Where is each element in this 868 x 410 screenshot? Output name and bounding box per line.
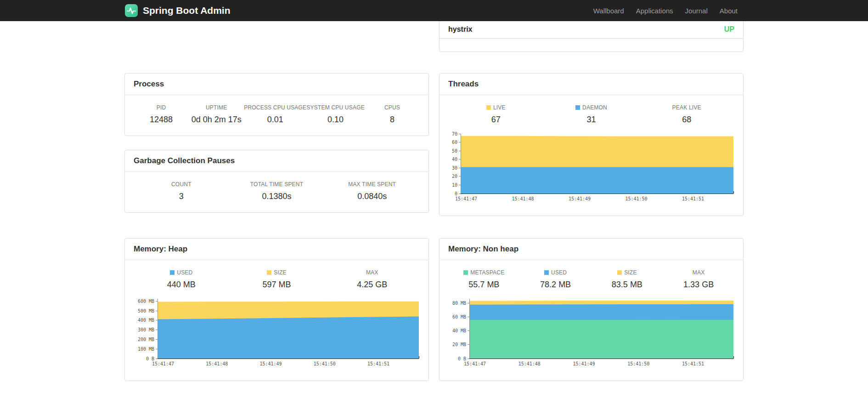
metric-label: PROCESS CPU USAGE — [244, 104, 306, 111]
legend-value: 67 — [448, 115, 544, 125]
nav-link-about[interactable]: About — [714, 7, 744, 15]
legend-metaspace: METASPACE 55.7 MB — [448, 269, 520, 290]
legend-max: MAX 1.33 GB — [663, 269, 734, 290]
live-swatch-icon — [486, 105, 491, 110]
legend-label: USED — [520, 269, 592, 276]
size-swatch-icon — [267, 270, 271, 275]
svg-text:15:41:51: 15:41:51 — [682, 361, 704, 366]
memory-nonheap-panel: Memory: Non heap METASPACE 55.7 MB USED … — [439, 238, 744, 381]
process-metrics: PID 12488 UPTIME 0d 0h 2m 17s PROCESS CP… — [134, 104, 420, 125]
legend-daemon: DAEMON 31 — [544, 104, 639, 125]
threads-legend: LIVE 67 DAEMON 31 PEAK LIVE — [448, 104, 734, 125]
metaspace-swatch-icon — [463, 270, 468, 275]
svg-text:300 MB: 300 MB — [138, 327, 154, 332]
metric-value: 0.10 — [306, 115, 365, 125]
legend-label: MAX — [324, 269, 420, 276]
metric-value: 0.1380s — [229, 192, 325, 201]
gc-panel: Garbage Collection Pauses COUNT 3 TOTAL … — [124, 150, 429, 213]
svg-text:0: 0 — [455, 191, 457, 196]
svg-text:15:41:50: 15:41:50 — [314, 361, 336, 366]
svg-text:60 MB: 60 MB — [452, 314, 466, 319]
navbar-brand-label: Spring Boot Admin — [143, 5, 231, 16]
legend-value: 1.33 GB — [663, 280, 734, 290]
daemon-swatch-icon — [575, 105, 580, 110]
process-panel-body: PID 12488 UPTIME 0d 0h 2m 17s PROCESS CP… — [125, 95, 428, 136]
legend-label: MAX — [663, 269, 734, 276]
svg-text:80 MB: 80 MB — [452, 301, 466, 306]
top-row-left-empty — [124, 21, 429, 52]
svg-text:400 MB: 400 MB — [138, 318, 154, 323]
metric-label: UPTIME — [189, 104, 244, 111]
svg-text:20 MB: 20 MB — [452, 342, 466, 347]
metric-process-cpu-usage: PROCESS CPU USAGE 0.01 — [244, 104, 306, 125]
status-badge: UP — [724, 25, 734, 34]
metric-system-cpu-usage: SYSTEM CPU USAGE 0.10 — [306, 104, 365, 125]
gc-metrics: COUNT 3 TOTAL TIME SPENT 0.1380s MAX TIM… — [134, 181, 420, 201]
middle-row: Process PID 12488 UPTIME 0d 0h 2m 17s PR… — [124, 73, 744, 216]
threads-chart: 01020304050607015:41:4715:41:4815:41:491… — [448, 131, 734, 205]
svg-text:15:41:48: 15:41:48 — [206, 361, 228, 366]
svg-text:30: 30 — [452, 165, 457, 171]
metric-gc-total-time: TOTAL TIME SPENT 0.1380s — [229, 181, 325, 201]
top-row: hystrix UP — [124, 21, 744, 52]
metric-value: 0d 0h 2m 17s — [189, 115, 244, 125]
svg-text:60: 60 — [452, 140, 457, 145]
svg-text:15:41:49: 15:41:49 — [259, 361, 282, 366]
svg-text:40 MB: 40 MB — [452, 328, 466, 333]
svg-text:40: 40 — [452, 157, 457, 162]
nav-link-applications[interactable]: Applications — [630, 7, 679, 15]
legend-value: 440 MB — [134, 280, 229, 290]
metric-label: TOTAL TIME SPENT — [229, 181, 325, 188]
legend-label: DAEMON — [544, 104, 639, 111]
svg-text:50: 50 — [452, 148, 457, 154]
svg-text:0 B: 0 B — [458, 356, 466, 361]
legend-label: SIZE — [229, 269, 325, 276]
legend-value: 83.5 MB — [592, 280, 663, 290]
memory-nonheap-body: METASPACE 55.7 MB USED 78.2 MB SIZE — [440, 260, 743, 381]
spring-boot-admin-logo-icon — [124, 4, 138, 17]
metric-label: COUNT — [134, 181, 229, 188]
svg-text:100 MB: 100 MB — [138, 347, 154, 352]
svg-text:15:41:49: 15:41:49 — [573, 361, 595, 366]
navbar-links: Wallboard Applications Journal About — [587, 7, 744, 15]
legend-live: LIVE 67 — [448, 104, 544, 125]
process-panel-title: Process — [125, 74, 428, 95]
legend-size: SIZE 83.5 MB — [592, 269, 663, 290]
application-status-panel: hystrix UP — [439, 21, 744, 52]
svg-text:20: 20 — [452, 174, 457, 179]
legend-label: METASPACE — [448, 269, 520, 276]
nonheap-legend: METASPACE 55.7 MB USED 78.2 MB SIZE — [448, 269, 734, 290]
memory-nonheap-chart: 0 B20 MB40 MB60 MB80 MB15:41:4715:41:481… — [448, 296, 734, 370]
legend-label: SIZE — [592, 269, 663, 276]
metric-pid: PID 12488 — [134, 104, 189, 125]
legend-used: USED 78.2 MB — [520, 269, 592, 290]
svg-text:15:41:47: 15:41:47 — [152, 361, 174, 366]
gc-panel-title: Garbage Collection Pauses — [125, 150, 428, 172]
navbar-container: Spring Boot Admin Wallboard Applications… — [124, 0, 744, 21]
svg-text:15:41:47: 15:41:47 — [464, 361, 486, 366]
svg-text:10: 10 — [452, 182, 457, 188]
heap-legend: USED 440 MB SIZE 597 MB MAX — [134, 269, 420, 290]
process-panel: Process PID 12488 UPTIME 0d 0h 2m 17s PR… — [124, 73, 429, 136]
legend-value: 597 MB — [229, 280, 325, 290]
nav-link-wallboard[interactable]: Wallboard — [587, 7, 630, 15]
nav-link-journal[interactable]: Journal — [679, 7, 714, 15]
svg-text:500 MB: 500 MB — [138, 308, 154, 313]
status-row-hystrix: hystrix UP — [440, 21, 743, 39]
metric-label: SYSTEM CPU USAGE — [306, 104, 365, 111]
legend-peak-live: PEAK LIVE 68 — [639, 104, 734, 125]
memory-heap-chart: 0 B100 MB200 MB300 MB400 MB500 MB600 MB1… — [134, 296, 420, 370]
navbar-brand[interactable]: Spring Boot Admin — [124, 4, 231, 17]
threads-panel: Threads LIVE 67 DAEMON 31 — [439, 73, 744, 216]
svg-text:15:41:48: 15:41:48 — [512, 196, 534, 201]
threads-panel-title: Threads — [440, 74, 743, 95]
size-swatch-icon — [617, 270, 622, 275]
metric-value: 0.01 — [244, 115, 306, 125]
metric-label: MAX TIME SPENT — [324, 181, 420, 188]
svg-text:200 MB: 200 MB — [138, 337, 154, 342]
gc-panel-body: COUNT 3 TOTAL TIME SPENT 0.1380s MAX TIM… — [125, 172, 428, 212]
metric-uptime: UPTIME 0d 0h 2m 17s — [189, 104, 244, 125]
svg-text:600 MB: 600 MB — [138, 299, 154, 304]
legend-value: 55.7 MB — [448, 280, 520, 290]
metric-value: 8 — [365, 115, 420, 125]
